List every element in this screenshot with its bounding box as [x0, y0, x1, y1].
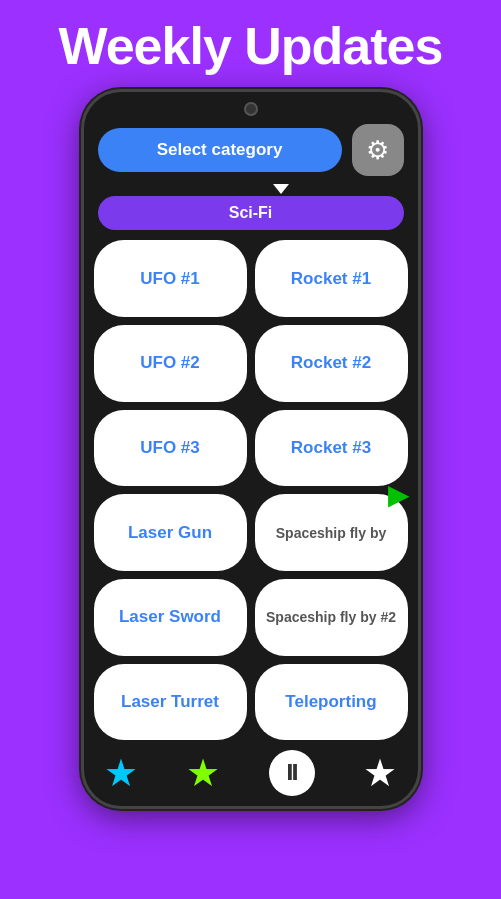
phone-frame: Select category ⚙ Sci-Fi UFO #1 Rocket #…: [81, 89, 421, 809]
camera-notch: [244, 102, 258, 116]
list-item[interactable]: Rocket #3 ▶: [255, 410, 408, 487]
item-label: UFO #2: [140, 353, 200, 373]
bottom-bar: ★ ★ ⏸ ★: [84, 740, 418, 806]
item-label: Rocket #1: [291, 269, 371, 289]
item-label: Teleporting: [285, 692, 376, 712]
item-label: Laser Turret: [121, 692, 219, 712]
list-item[interactable]: UFO #1: [94, 240, 247, 317]
list-item[interactable]: Laser Gun: [94, 494, 247, 571]
item-label: Laser Gun: [128, 523, 212, 543]
item-label: Rocket #2: [291, 353, 371, 373]
list-item[interactable]: Rocket #1 ▶: [255, 240, 408, 317]
items-grid: UFO #1 Rocket #1 ▶ UFO #2 Rocket #2 UFO …: [84, 240, 418, 740]
pause-icon: ⏸: [281, 760, 303, 786]
list-item[interactable]: Spaceship fly by #2: [255, 579, 408, 656]
blue-star-icon: ★: [104, 751, 138, 795]
list-item[interactable]: Spaceship fly by: [255, 494, 408, 571]
item-label: UFO #1: [140, 269, 200, 289]
list-item[interactable]: Rocket #2: [255, 325, 408, 402]
item-label: Spaceship fly by: [276, 525, 386, 541]
item-label: Rocket #3: [291, 438, 371, 458]
gear-icon: ⚙: [366, 135, 389, 166]
list-item[interactable]: Laser Sword: [94, 579, 247, 656]
item-label: Spaceship fly by #2: [266, 609, 396, 625]
page-title: Weekly Updates: [59, 18, 443, 75]
list-item[interactable]: UFO #3: [94, 410, 247, 487]
select-category-button[interactable]: Select category: [98, 128, 342, 172]
green-star-icon: ★: [186, 751, 220, 795]
list-item[interactable]: UFO #2: [94, 325, 247, 402]
triangle-indicator: [273, 184, 289, 194]
white-star-icon: ★: [363, 751, 397, 795]
gear-button[interactable]: ⚙: [352, 124, 404, 176]
category-bar: Sci-Fi: [98, 196, 404, 230]
pause-button[interactable]: ⏸: [269, 750, 315, 796]
item-label: Laser Sword: [119, 607, 221, 627]
list-item[interactable]: Laser Turret: [94, 664, 247, 741]
list-item[interactable]: Teleporting: [255, 664, 408, 741]
item-label: UFO #3: [140, 438, 200, 458]
top-bar: Select category ⚙: [84, 124, 418, 176]
